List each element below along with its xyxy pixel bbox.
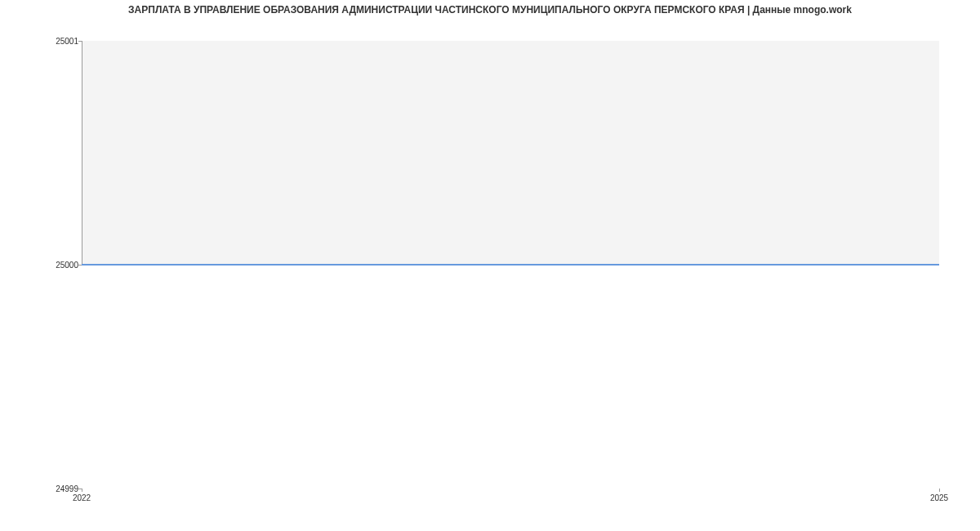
- x-tick-label: 2025: [930, 493, 948, 502]
- plot-bottom-mask: [82, 266, 939, 489]
- chart-container: ЗАРПЛАТА В УПРАВЛЕНИЕ ОБРАЗОВАНИЯ АДМИНИ…: [0, 0, 980, 531]
- data-line: [82, 264, 939, 266]
- x-tick-mark: [82, 489, 82, 492]
- chart-title: ЗАРПЛАТА В УПРАВЛЕНИЕ ОБРАЗОВАНИЯ АДМИНИ…: [0, 4, 980, 16]
- y-tick-label: 25001: [46, 37, 78, 46]
- y-tick-mark: [78, 265, 82, 266]
- y-tick-label: 25000: [46, 261, 78, 270]
- y-tick-label: 24999: [46, 484, 78, 493]
- x-tick-label: 2022: [73, 493, 91, 502]
- y-tick-mark: [78, 41, 82, 42]
- x-tick-mark: [939, 489, 940, 492]
